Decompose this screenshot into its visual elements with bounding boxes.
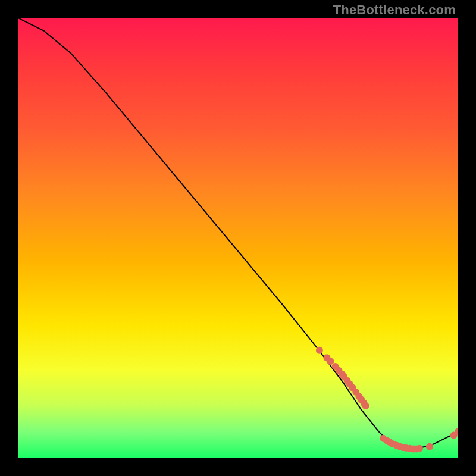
point-cluster-lower xyxy=(416,445,423,452)
line-layer xyxy=(18,18,458,449)
point-cluster-upper xyxy=(316,347,323,354)
point-cluster-upper xyxy=(327,358,334,365)
chart-svg xyxy=(18,18,458,458)
point-cluster-lower xyxy=(426,443,433,450)
watermark-text: TheBottleneck.com xyxy=(333,2,456,18)
points-layer xyxy=(316,347,458,453)
point-cluster-upper xyxy=(362,402,369,409)
chart-stage: TheBottleneck.com xyxy=(0,0,476,476)
plot-area xyxy=(18,18,458,458)
series-curve xyxy=(18,18,458,449)
